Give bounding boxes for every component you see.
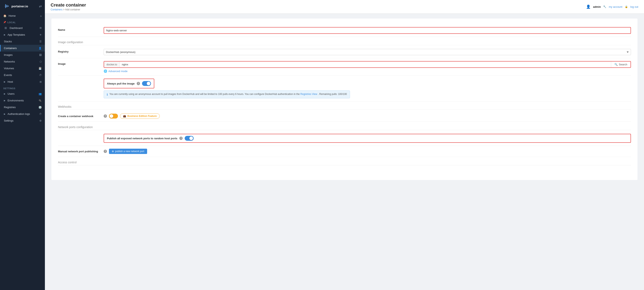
always-pull-toggle[interactable] xyxy=(142,81,151,86)
users-arrow: ▶ xyxy=(4,93,6,95)
sidebar-label-volumes: Volumes xyxy=(4,67,14,70)
home-nav-icon: ⌂ xyxy=(40,14,42,17)
sidebar-label-users: Users xyxy=(8,92,14,95)
sidebar-label-events: Events xyxy=(4,74,12,77)
always-pull-label-spacer xyxy=(58,83,99,84)
manual-port-row: Manual network port publishing ? ⊕ publi… xyxy=(58,146,631,157)
registry-select[interactable]: DockerHub (anonymous) xyxy=(104,49,631,55)
publish-all-row: Publish all exposed network ports to ran… xyxy=(58,131,631,146)
registry-label: Registry xyxy=(58,49,99,53)
sidebar: portainer.io ⇄ 🏠 Home ⌂ 📌 LOCAL ⊞ Dashbo… xyxy=(0,0,45,290)
webhook-row: Create a container webhook ? 💼 Business … xyxy=(58,111,631,122)
wrench-icon: 🔧 xyxy=(603,5,606,8)
auth-logs-arrow: ▶ xyxy=(4,113,6,115)
publish-all-thumb xyxy=(189,137,193,140)
webhook-toggle[interactable] xyxy=(109,114,118,119)
content-area: Name Image configuration Registry Docker… xyxy=(45,14,644,290)
networks-icon: ⬡ xyxy=(40,60,42,63)
home-icon: 🏠 xyxy=(3,14,6,17)
sidebar-item-containers[interactable]: Containers 👤 xyxy=(0,45,45,51)
access-control-header: Access control xyxy=(58,157,631,165)
dashboard-nav-icon: ⊞ xyxy=(40,26,42,29)
my-account-link[interactable]: my account xyxy=(609,5,622,8)
publish-all-control: Publish all exposed network ports to ran… xyxy=(104,134,631,143)
breadcrumb-current: Add container xyxy=(65,8,80,11)
sidebar-item-users[interactable]: ▶ Users 👥 xyxy=(0,90,45,97)
log-out-link[interactable]: log out xyxy=(630,5,638,8)
sidebar-item-environments[interactable]: ▶ Environments 🔌 xyxy=(0,97,45,104)
webhook-toggle-container: ? 💼 Business Edition Feature xyxy=(104,114,631,119)
publish-all-toggle[interactable] xyxy=(185,136,194,141)
name-input[interactable] xyxy=(104,27,631,34)
name-row: Name xyxy=(58,24,631,37)
sidebar-item-home[interactable]: 🏠 Home ⌂ xyxy=(0,12,45,19)
breadcrumb-link[interactable]: Containers xyxy=(50,8,62,11)
sidebar-item-volumes[interactable]: Volumes 💾 xyxy=(0,65,45,72)
always-pull-help-icon[interactable]: ? xyxy=(137,82,140,85)
sidebar-label-host: Host xyxy=(8,80,13,83)
publish-all-help-icon[interactable]: ? xyxy=(179,137,183,140)
host-arrow: ▶ xyxy=(4,81,6,83)
webhooks-header: Webhooks xyxy=(58,101,631,110)
page-header: Create container Containers > Add contai… xyxy=(50,2,86,11)
app-templates-icon: ✈ xyxy=(40,33,42,36)
webhook-help-icon[interactable]: ? xyxy=(104,115,107,118)
image-input-row: docker.io 🔍 Search xyxy=(104,61,631,68)
lock-icon: 🔒 xyxy=(625,5,628,8)
name-control xyxy=(104,27,631,34)
registry-control: DockerHub (anonymous) xyxy=(104,49,631,55)
containers-icon: 👤 xyxy=(38,47,42,50)
sidebar-item-app-templates[interactable]: ▶ App Templates ✈ xyxy=(0,31,45,38)
local-pin-icon: 📌 xyxy=(3,21,6,24)
manual-port-label: Manual network port publishing xyxy=(58,149,99,153)
sidebar-label-networks: Networks xyxy=(4,60,15,63)
info-text: You are currently using an anonymous acc… xyxy=(109,93,347,96)
manual-port-help-icon[interactable]: ? xyxy=(104,150,107,153)
environments-icon: 🔌 xyxy=(38,99,42,102)
sidebar-item-stacks[interactable]: Stacks ☰ xyxy=(0,38,45,45)
image-input[interactable] xyxy=(120,61,611,67)
page-title: Create container xyxy=(50,2,86,8)
stacks-icon: ☰ xyxy=(40,40,42,43)
image-control: docker.io 🔍 Search 🌐 Advanced mode xyxy=(104,61,631,73)
image-config-header: Image configuration xyxy=(58,37,631,45)
registries-view-link[interactable]: Registries View xyxy=(300,93,317,96)
sidebar-item-registries[interactable]: Registries 💽 xyxy=(0,104,45,111)
sidebar-label-app-templates: App Templates xyxy=(8,33,25,36)
sidebar-item-images[interactable]: Images 🖼 xyxy=(0,51,45,58)
webhook-label: Create a container webhook xyxy=(58,114,99,118)
sidebar-item-auth-logs[interactable]: ▶ Authentication logs ⏱ xyxy=(0,111,45,117)
publish-new-port-button[interactable]: ⊕ publish a new network port xyxy=(109,149,147,154)
topbar: Create container Containers > Add contai… xyxy=(45,0,644,14)
settings-section-label: SETTINGS xyxy=(0,85,45,90)
plus-icon: ⊕ xyxy=(112,150,114,153)
always-pull-row: Always pull the image ? ℹ You are curren… xyxy=(58,76,631,101)
name-label: Name xyxy=(58,27,99,31)
user-avatar-icon: 👤 xyxy=(586,4,590,9)
logo-text: portainer.io xyxy=(12,4,28,8)
dashboard-icon: ⊞ xyxy=(4,26,8,29)
main-area: Create container Containers > Add contai… xyxy=(45,0,644,290)
advanced-mode-link[interactable]: 🌐 Advanced mode xyxy=(104,69,631,73)
image-label: Image xyxy=(58,61,99,65)
sidebar-item-dashboard[interactable]: ⊞ Dashboard ⊞ xyxy=(0,24,45,31)
registry-row: Registry DockerHub (anonymous) xyxy=(58,46,631,58)
image-prefix: docker.io xyxy=(104,61,120,67)
sidebar-item-networks[interactable]: Networks ⬡ xyxy=(0,58,45,65)
sidebar-item-settings[interactable]: Settings ⚙ xyxy=(0,117,45,124)
volumes-icon: 💾 xyxy=(38,67,42,70)
form-card: Name Image configuration Registry Docker… xyxy=(52,18,638,180)
publish-all-box: Publish all exposed network ports to ran… xyxy=(104,134,631,143)
globe-icon: 🌐 xyxy=(104,69,107,73)
search-button[interactable]: 🔍 Search xyxy=(611,61,630,67)
users-icon: 👥 xyxy=(38,92,42,95)
sidebar-item-host[interactable]: ▶ Host ⊞ xyxy=(0,78,45,85)
sidebar-item-events[interactable]: Events ⏱ xyxy=(0,72,45,78)
sidebar-label-settings: Settings xyxy=(4,119,14,122)
user-name-label: admin xyxy=(593,5,601,8)
user-links: 🔧 my account 🔒 log out xyxy=(603,5,638,8)
app-templates-arrow: ▶ xyxy=(4,34,6,36)
manual-port-container: ? ⊕ publish a new network port xyxy=(104,149,631,154)
settings-icon: ⚙ xyxy=(40,119,42,122)
images-icon: 🖼 xyxy=(39,54,42,56)
